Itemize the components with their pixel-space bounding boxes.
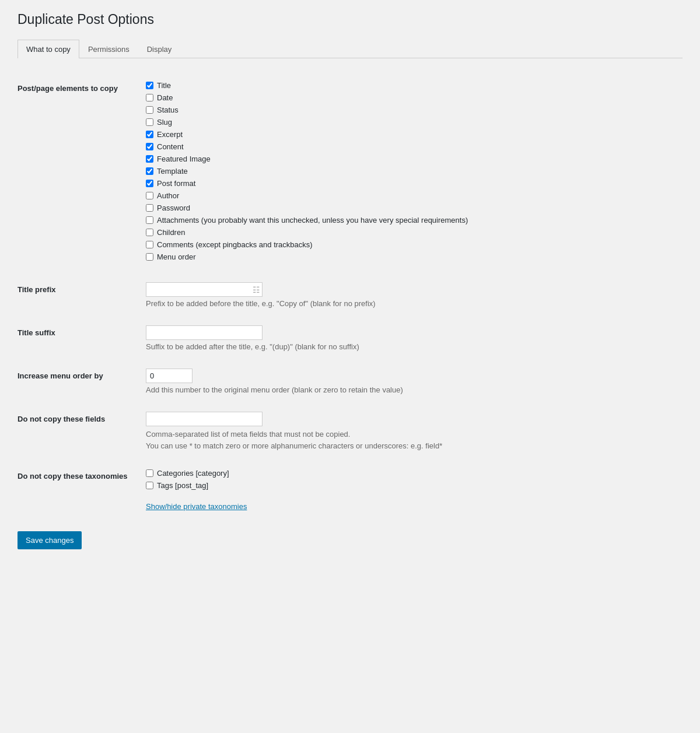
list-item: Comments (except pingbacks and trackback… <box>146 240 677 249</box>
tab-display[interactable]: Display <box>138 40 181 58</box>
title-prefix-label: Title prefix <box>18 285 56 294</box>
list-item: Status <box>146 106 677 114</box>
menu-order-label: Increase menu order by <box>18 371 103 380</box>
taxonomy-checkbox-categories[interactable] <box>146 469 153 477</box>
do-not-copy-taxonomies-cell: Categories [category]Tags [post_tag] Sho… <box>140 460 682 520</box>
checkbox-content[interactable] <box>146 143 153 150</box>
menu-order-cell: Add this number to the original menu ord… <box>140 360 682 403</box>
checkbox-label-author: Author <box>157 191 179 200</box>
title-prefix-row: Title prefix ☷ Prefix to be added before… <box>18 273 682 317</box>
list-item: Slug <box>146 118 677 127</box>
tab-what-to-copy[interactable]: What to copy <box>18 40 79 58</box>
do-not-copy-taxonomies-row: Do not copy these taxonomies Categories … <box>18 460 682 520</box>
title-suffix-label: Title suffix <box>18 328 55 337</box>
post-elements-row: Post/page elements to copy TitleDateStat… <box>18 72 682 273</box>
do-not-copy-fields-input[interactable] <box>146 412 262 426</box>
show-hide-taxonomies-link[interactable]: Show/hide private taxonomies <box>146 502 247 511</box>
title-prefix-cell: ☷ Prefix to be added before the title, e… <box>140 273 682 317</box>
checkbox-label-excerpt: Excerpt <box>157 130 183 139</box>
menu-order-description: Add this number to the original menu ord… <box>146 385 677 394</box>
checkbox-slug[interactable] <box>146 118 153 126</box>
checkbox-template[interactable] <box>146 167 153 175</box>
list-item: Password <box>146 204 677 212</box>
checkbox-author[interactable] <box>146 192 153 199</box>
checkbox-label-content: Content <box>157 142 184 151</box>
do-not-copy-fields-row: Do not copy these fields Comma-separated… <box>18 403 682 460</box>
checkbox-children[interactable] <box>146 229 153 236</box>
checkbox-label-password: Password <box>157 204 190 212</box>
checkbox-status[interactable] <box>146 106 153 114</box>
list-item: Title <box>146 81 677 90</box>
options-form: Post/page elements to copy TitleDateStat… <box>18 72 682 520</box>
checkboxes-container: TitleDateStatusSlugExcerptContentFeature… <box>146 81 677 261</box>
checkbox-comments[interactable] <box>146 241 153 248</box>
checkbox-post_format[interactable] <box>146 180 153 187</box>
checkbox-title[interactable] <box>146 82 153 89</box>
do-not-copy-taxonomies-label: Do not copy these taxonomies <box>18 472 128 481</box>
title-suffix-input[interactable] <box>146 325 262 340</box>
list-item: Author <box>146 191 677 200</box>
do-not-copy-fields-label: Do not copy these fields <box>18 415 105 423</box>
do-not-copy-fields-description: Comma-separated list of meta fields that… <box>146 429 677 451</box>
list-item: Post format <box>146 179 677 188</box>
checkbox-featured_image[interactable] <box>146 155 153 163</box>
checkbox-label-template: Template <box>157 167 188 176</box>
checkbox-menu_order[interactable] <box>146 253 153 261</box>
list-item: Menu order <box>146 252 677 261</box>
checkbox-date[interactable] <box>146 94 153 101</box>
list-item: Categories [category] <box>146 469 677 478</box>
list-item: Attachments (you probably want this unch… <box>146 216 677 225</box>
taxonomy-checkbox-tags[interactable] <box>146 482 153 489</box>
checkbox-attachments[interactable] <box>146 216 153 224</box>
checkbox-label-comments: Comments (except pingbacks and trackback… <box>157 240 313 249</box>
menu-order-row: Increase menu order by Add this number t… <box>18 360 682 403</box>
do-not-copy-fields-cell: Comma-separated list of meta fields that… <box>140 403 682 460</box>
post-elements-label: Post/page elements to copy <box>18 84 118 93</box>
title-prefix-input-wrapper: ☷ <box>146 282 262 297</box>
save-row: Save changes <box>18 520 682 561</box>
tabs-container: What to copy Permissions Display <box>18 39 682 58</box>
title-suffix-row: Title suffix Suffix to be added after th… <box>18 317 682 360</box>
checkbox-password[interactable] <box>146 204 153 212</box>
checkbox-label-title: Title <box>157 81 171 90</box>
title-prefix-description: Prefix to be added before the title, e.g… <box>146 299 677 308</box>
list-item: Content <box>146 142 677 151</box>
page-title: Duplicate Post Options <box>18 12 682 27</box>
list-item: Featured Image <box>146 155 677 163</box>
list-item: Children <box>146 228 677 237</box>
taxonomy-label-categories: Categories [category] <box>157 469 229 478</box>
checkbox-label-menu_order: Menu order <box>157 252 195 261</box>
title-prefix-input[interactable] <box>146 282 262 297</box>
checkbox-label-children: Children <box>157 228 185 237</box>
taxonomy-checkboxes-container: Categories [category]Tags [post_tag] <box>146 469 677 490</box>
checkbox-label-date: Date <box>157 93 173 102</box>
menu-order-input[interactable] <box>146 369 192 383</box>
title-suffix-cell: Suffix to be added after the title, e.g.… <box>140 317 682 360</box>
list-item: Excerpt <box>146 130 677 139</box>
list-item: Date <box>146 93 677 102</box>
checkbox-label-slug: Slug <box>157 118 172 127</box>
post-elements-cell: TitleDateStatusSlugExcerptContentFeature… <box>140 72 682 273</box>
checkbox-label-post_format: Post format <box>157 179 195 188</box>
checkbox-excerpt[interactable] <box>146 131 153 138</box>
tab-permissions[interactable]: Permissions <box>79 40 138 58</box>
list-item: Tags [post_tag] <box>146 481 677 490</box>
checkbox-label-status: Status <box>157 106 178 114</box>
save-changes-button[interactable]: Save changes <box>18 531 82 549</box>
list-item: Template <box>146 167 677 176</box>
checkbox-label-attachments: Attachments (you probably want this unch… <box>157 216 468 225</box>
taxonomy-label-tags: Tags [post_tag] <box>157 481 208 490</box>
checkbox-label-featured_image: Featured Image <box>157 155 211 163</box>
title-suffix-description: Suffix to be added after the title, e.g.… <box>146 342 677 351</box>
